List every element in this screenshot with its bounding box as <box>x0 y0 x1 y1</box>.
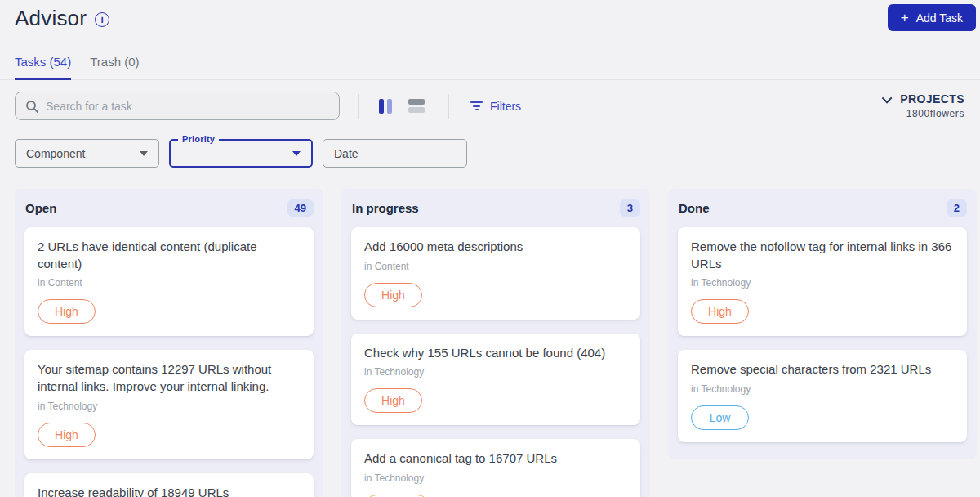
tab-trash[interactable]: Trash (0) <box>90 55 139 79</box>
filter-icon <box>470 101 483 110</box>
task-title: Add a canonical tag to 16707 URLs <box>364 450 627 468</box>
task-category: in Technology <box>364 472 627 484</box>
column-title: In progress <box>352 201 419 215</box>
task-title: Check why 155 URLs cannot be found (404) <box>364 345 627 362</box>
topbar: Advisor i + Add Task <box>0 0 980 31</box>
date-select-label: Date <box>334 147 359 160</box>
task-card[interactable]: Add 16000 meta descriptionsin ContentHig… <box>351 227 640 320</box>
task-category: in Technology <box>691 277 954 289</box>
info-icon[interactable]: i <box>95 12 109 27</box>
list-view-icon[interactable] <box>407 97 426 114</box>
dropdown-arrow-icon <box>292 151 301 156</box>
add-task-button[interactable]: + Add Task <box>888 4 976 31</box>
plus-icon: + <box>901 11 909 25</box>
search-box <box>15 92 340 120</box>
project-name: 1800flowers <box>884 108 964 119</box>
page-title: Advisor <box>15 6 87 31</box>
view-toggles <box>377 97 426 115</box>
projects-dropdown[interactable]: PROJECTS 1800flowers <box>884 92 964 119</box>
column-count-badge: 3 <box>620 199 640 217</box>
task-title: Add 16000 meta descriptions <box>364 239 627 256</box>
task-card[interactable]: Remove special characters from 2321 URLs… <box>678 350 967 442</box>
column-title: Open <box>25 201 56 215</box>
task-title: Your sitemap contains 12297 URLs without… <box>38 361 301 395</box>
search-input[interactable] <box>46 100 329 113</box>
task-card[interactable]: 2 URLs have identical content (duplicate… <box>24 227 314 336</box>
component-select-label: Component <box>26 147 85 160</box>
column-header: In progress3 <box>341 189 650 227</box>
priority-badge: High <box>38 423 96 447</box>
dropdown-arrow-icon <box>140 151 148 156</box>
priority-badge: High <box>691 299 749 324</box>
filters-button[interactable]: Filters <box>470 100 521 113</box>
column-done: Done2Remove the nofollow tag for interna… <box>668 189 977 459</box>
kanban-view-icon[interactable] <box>377 97 394 115</box>
task-card[interactable]: Check why 155 URLs cannot be found (404)… <box>351 334 640 426</box>
column-in-progress: In progress3Add 16000 meta descriptionsi… <box>341 189 650 497</box>
task-category: in Technology <box>691 383 954 395</box>
board: Open492 URLs have identical content (dup… <box>0 189 980 497</box>
column-header: Open49 <box>15 189 323 227</box>
column-header: Done2 <box>668 189 977 227</box>
column-count-badge: 49 <box>287 199 314 217</box>
chevron-down-icon <box>882 92 893 103</box>
column-title: Done <box>679 201 710 215</box>
column-count-badge: 2 <box>947 199 967 217</box>
toolbar: Filters PROJECTS 1800flowers <box>0 92 980 120</box>
task-category: in Technology <box>364 366 627 378</box>
date-select[interactable]: Date <box>323 139 467 168</box>
add-task-label: Add Task <box>916 11 963 25</box>
search-icon <box>25 100 38 113</box>
task-card[interactable]: Increase readability of 18949 URLsin Con… <box>24 473 314 497</box>
column-open: Open492 URLs have identical content (dup… <box>15 189 323 497</box>
task-card[interactable]: Add a canonical tag to 16707 URLsin Tech… <box>351 439 640 497</box>
task-category: in Content <box>38 277 301 289</box>
priority-badge: High <box>364 388 422 413</box>
divider <box>448 94 449 119</box>
task-title: 2 URLs have identical content (duplicate… <box>38 239 301 272</box>
task-card[interactable]: Your sitemap contains 12297 URLs without… <box>24 350 314 459</box>
task-category: in Technology <box>38 401 301 412</box>
priority-select-label: Priority <box>178 134 219 144</box>
divider <box>358 94 359 119</box>
tab-tasks[interactable]: Tasks (54) <box>15 55 71 79</box>
component-select[interactable]: Component <box>15 139 159 168</box>
priority-badge: High <box>38 299 96 324</box>
tabs: Tasks (54) Trash (0) <box>0 55 980 80</box>
filters-label: Filters <box>490 100 521 113</box>
priority-select[interactable]: Priority <box>169 139 313 168</box>
priority-badge: Low <box>691 405 749 430</box>
task-title: Remove special characters from 2321 URLs <box>691 361 954 378</box>
task-title: Increase readability of 18949 URLs <box>38 485 301 497</box>
task-category: in Content <box>364 261 627 272</box>
task-title: Remove the nofollow tag for internal lin… <box>691 239 954 272</box>
filter-row: Component Priority Date <box>0 139 980 168</box>
task-card[interactable]: Remove the nofollow tag for internal lin… <box>678 227 967 336</box>
priority-badge: High <box>364 283 422 307</box>
projects-label: PROJECTS <box>900 92 964 105</box>
